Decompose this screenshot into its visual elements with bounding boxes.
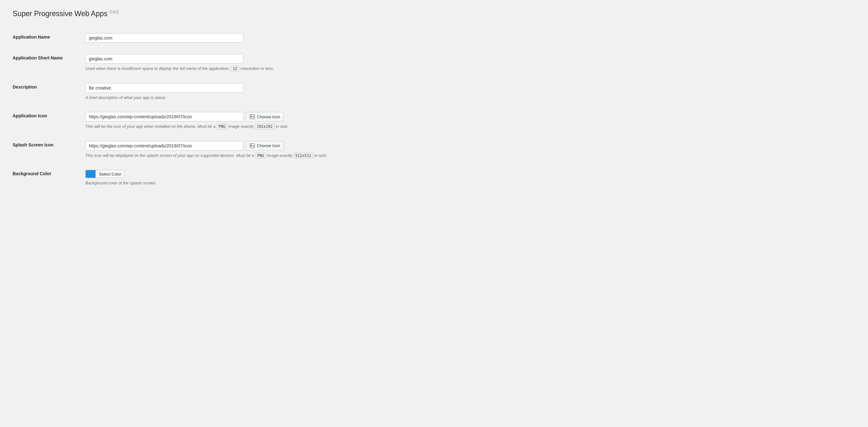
splash-icon-label: Splash Screen Icon	[13, 135, 82, 165]
splash-icon-description: This icon will be displayed on the splas…	[85, 152, 852, 159]
app-name-row: Application Name	[13, 28, 855, 48]
app-short-name-row: Application Short Name Used when there i…	[13, 48, 855, 78]
background-color-cell: Select Color Background color of the spl…	[82, 164, 855, 192]
background-color-label: Background Color	[13, 164, 82, 192]
app-short-name-label: Application Short Name	[13, 48, 82, 78]
app-icon-choose-button[interactable]: Choose Icon	[246, 112, 283, 121]
image-icon	[249, 114, 255, 119]
description-row: Description A brief description of what …	[13, 78, 855, 107]
splash-icon-choose-button[interactable]: Choose Icon	[246, 141, 283, 150]
description-input[interactable]	[85, 83, 243, 93]
svg-rect-2	[250, 144, 254, 148]
app-icon-field-row: Choose Icon	[85, 112, 852, 121]
app-icon-label: Application Icon	[13, 106, 82, 135]
description-label: Description	[13, 78, 82, 107]
splash-icon-cell: Choose Icon This icon will be displayed …	[82, 135, 855, 165]
splash-icon-field-row: Choose Icon	[85, 141, 852, 150]
app-icon-size-badge: 192x192	[255, 124, 275, 130]
splash-icon-row: Splash Screen Icon Choose Icon	[13, 135, 855, 165]
color-swatch[interactable]	[85, 170, 95, 178]
settings-form: Application Name Application Short Name …	[13, 28, 855, 192]
app-name-input[interactable]	[85, 33, 243, 43]
splash-icon-format-badge: PNG	[255, 153, 266, 159]
background-color-row: Background Color Select Color Background…	[13, 164, 855, 192]
app-short-name-description: Used when there is insufficient space to…	[85, 65, 852, 72]
splash-icon-input[interactable]	[85, 141, 243, 150]
app-icon-description: This will be the icon of your app when i…	[85, 123, 852, 130]
app-icon-format-badge: PNG	[217, 124, 227, 130]
color-field-row: Select Color	[85, 170, 852, 178]
background-color-help: Background color of the splash screen.	[85, 180, 852, 186]
image-icon	[249, 143, 255, 149]
svg-rect-0	[250, 114, 254, 119]
description-cell: A brief description of what your app is …	[82, 78, 855, 107]
app-short-name-cell: Used when there is insufficient space to…	[82, 48, 855, 78]
page-title: Super Progressive Web Apps 2.0.2	[13, 9, 855, 18]
app-name-cell	[82, 28, 855, 48]
app-icon-cell: Choose Icon This will be the icon of you…	[82, 106, 855, 135]
app-icon-row: Application Icon Choose Icon	[13, 106, 855, 135]
splash-icon-size-badge: 512x512	[293, 153, 313, 159]
app-name-label: Application Name	[13, 28, 82, 48]
app-short-name-input[interactable]	[85, 54, 243, 63]
description-help: A brief description of what your app is …	[85, 94, 852, 101]
char-limit-badge: 12	[231, 66, 239, 72]
select-color-button[interactable]: Select Color	[95, 170, 125, 178]
app-icon-input[interactable]	[85, 112, 243, 121]
